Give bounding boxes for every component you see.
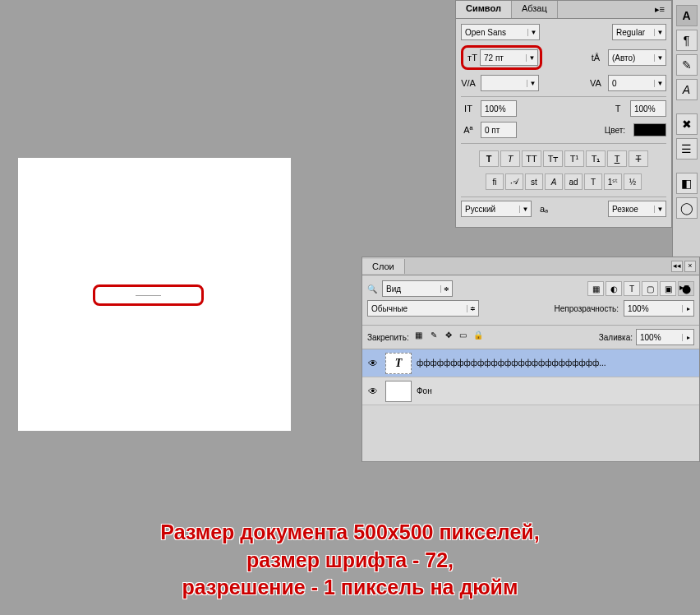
chevron-down-icon[interactable]: ▼ <box>519 206 531 213</box>
antialias-select[interactable]: ▼ <box>608 201 666 217</box>
filter-pixel-icon[interactable]: ▦ <box>587 281 604 296</box>
font-style-input[interactable] <box>613 28 654 37</box>
swash-button[interactable]: st <box>525 173 543 190</box>
chevron-down-icon[interactable]: ▼ <box>527 80 538 87</box>
filter-adjust-icon[interactable]: ◐ <box>606 281 622 296</box>
layers-panel-menu[interactable]: ▸≡ <box>673 279 696 296</box>
font-size-select[interactable]: ▼ <box>480 49 538 66</box>
opacity-select[interactable]: ▸ <box>624 300 694 317</box>
italic-button[interactable]: T <box>500 150 520 167</box>
antialias-input[interactable] <box>609 205 654 214</box>
blend-mode-select[interactable]: ≑ <box>367 300 479 317</box>
vscale-input-wrap[interactable] <box>481 100 517 117</box>
fill-select[interactable]: ▸ <box>636 329 694 345</box>
stylistic-button[interactable]: A <box>545 173 563 190</box>
layers-panel: Слои ◂◂ × ▸≡ 🔍 ≑ ▦ ◐ T ▢ ▣ ⬤ <box>362 257 700 462</box>
hscale-input[interactable] <box>631 104 665 113</box>
font-size-input[interactable] <box>481 53 526 62</box>
fill-input[interactable] <box>637 333 682 342</box>
brush-tool-icon[interactable]: ✎ <box>676 54 698 76</box>
chevron-down-icon[interactable]: ▸ <box>682 305 693 312</box>
annotation-overlay: Размер документа 500х500 пикселей, разме… <box>0 519 700 602</box>
baseline-input-wrap[interactable] <box>481 122 517 138</box>
chevron-down-icon[interactable]: ≑ <box>467 305 478 312</box>
font-size-highlight: тT ▼ <box>461 45 542 70</box>
character-panel-toggle[interactable]: A <box>676 5 698 26</box>
opacity-input[interactable] <box>624 304 682 313</box>
ligatures-button[interactable]: fi <box>486 173 504 190</box>
blend-mode-input[interactable] <box>368 304 467 313</box>
lock-move-icon[interactable]: ✥ <box>442 331 455 344</box>
close-icon[interactable]: × <box>684 261 696 272</box>
kerning-input[interactable] <box>481 79 527 88</box>
chevron-down-icon[interactable]: ▼ <box>654 54 665 62</box>
bold-button[interactable]: T <box>479 150 499 167</box>
strikethrough-button[interactable]: T <box>629 150 648 167</box>
sphere-icon[interactable]: ◯ <box>676 197 698 219</box>
lock-all-icon[interactable]: 🔒 <box>472 331 485 344</box>
layer-thumbnail[interactable] <box>385 381 412 402</box>
paragraph-tool-icon[interactable]: ¶ <box>676 30 698 51</box>
titlecase-button[interactable]: ad <box>564 173 583 190</box>
vscale-input[interactable] <box>481 104 516 113</box>
glyph-tool-icon[interactable]: A <box>676 79 698 100</box>
chevron-down-icon[interactable]: ▼ <box>654 206 665 213</box>
chevron-down-icon[interactable]: ▼ <box>654 29 665 36</box>
lock-brush-icon[interactable]: ✎ <box>427 331 440 344</box>
kerning-icon: V/A <box>461 78 476 88</box>
tracking-select[interactable]: ▼ <box>608 75 666 91</box>
superscript-button[interactable]: T¹ <box>564 150 584 167</box>
ordinals-button[interactable]: T <box>584 173 602 190</box>
layer-item[interactable]: 👁 T ффффффффффффффффффффффффффф... <box>362 349 699 377</box>
leading-input[interactable] <box>609 53 654 62</box>
allcaps-button[interactable]: TT <box>522 150 541 167</box>
chevron-down-icon[interactable]: ▼ <box>526 54 537 62</box>
leading-select[interactable]: ▼ <box>608 49 666 66</box>
hscale-input-wrap[interactable] <box>630 100 666 117</box>
kerning-select[interactable]: ▼ <box>481 75 539 91</box>
layer-filter-input[interactable] <box>383 284 440 294</box>
layer-item[interactable]: 👁 Фон <box>362 377 699 405</box>
underline-button[interactable]: T <box>607 150 627 167</box>
layer-name[interactable]: Фон <box>417 386 432 395</box>
chevron-down-icon[interactable]: ▼ <box>527 29 539 36</box>
baseline-input[interactable] <box>481 126 516 135</box>
visibility-icon[interactable]: 👁 <box>366 358 380 369</box>
visibility-icon[interactable]: 👁 <box>366 386 380 397</box>
subscript-button[interactable]: T₁ <box>586 150 606 167</box>
tab-paragraph[interactable]: Абзац <box>512 1 558 18</box>
lock-pixels-icon[interactable]: ▦ <box>412 331 426 344</box>
text-style-row-1: T T TT Tᴛ T¹ T₁ T T <box>461 147 666 170</box>
text-style-row-2: fi 𝒜 st A ad T 1ˢᵗ ½ <box>461 170 666 193</box>
tab-character[interactable]: Символ <box>456 1 512 18</box>
font-style-select[interactable]: ▼ <box>612 24 666 40</box>
chevron-down-icon[interactable]: ≑ <box>440 285 452 293</box>
language-select[interactable]: ▼ <box>461 201 532 217</box>
filter-text-icon[interactable]: T <box>624 281 640 296</box>
panel-menu-icon[interactable]: ▸≡ <box>648 1 671 18</box>
tracking-input[interactable] <box>609 79 654 88</box>
layers-tab[interactable]: Слои <box>362 259 405 274</box>
color-swatch[interactable] <box>633 123 666 136</box>
half-button[interactable]: ½ <box>624 173 642 190</box>
lock-label: Закрепить: <box>367 333 409 342</box>
chevron-down-icon[interactable]: ▼ <box>654 80 665 87</box>
tools-icon[interactable]: ✖ <box>676 113 698 135</box>
font-family-input[interactable] <box>462 28 527 37</box>
layer-filter-select[interactable]: ≑ <box>382 280 453 297</box>
font-family-select[interactable]: ▼ <box>461 24 540 40</box>
cube-icon[interactable]: ◧ <box>676 173 698 194</box>
smallcaps-button[interactable]: Tᴛ <box>543 150 563 167</box>
adjustments-icon[interactable]: ☰ <box>676 138 698 160</box>
filter-shape-icon[interactable]: ▢ <box>642 281 658 296</box>
lock-artboard-icon[interactable]: ▭ <box>457 331 470 344</box>
chevron-down-icon[interactable]: ▸ <box>682 334 693 341</box>
hscale-icon: T <box>610 104 625 113</box>
fractions-button[interactable]: 1ˢᵗ <box>604 173 622 190</box>
layer-name[interactable]: ффффффффффффффффффффффффффф... <box>417 358 606 368</box>
collapse-icon[interactable]: ◂◂ <box>671 261 683 272</box>
color-label: Цвет: <box>605 126 625 135</box>
language-input[interactable] <box>462 205 519 214</box>
layer-thumbnail-text[interactable]: T <box>385 353 412 374</box>
contextual-button[interactable]: 𝒜 <box>505 173 523 190</box>
